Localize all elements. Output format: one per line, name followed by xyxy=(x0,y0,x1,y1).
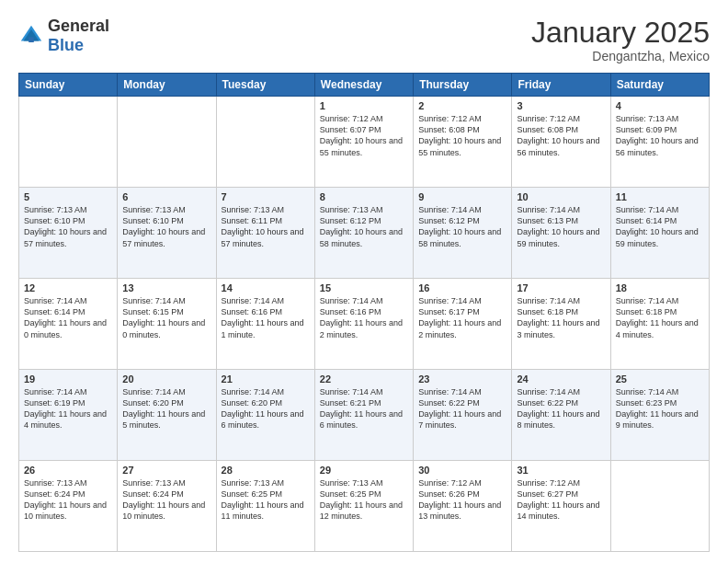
table-cell: 8Sunrise: 7:13 AM Sunset: 6:12 PM Daylig… xyxy=(314,188,413,279)
day-number: 13 xyxy=(122,282,210,293)
day-number: 20 xyxy=(122,373,210,385)
day-info: Sunrise: 7:14 AM Sunset: 6:23 PM Dayligh… xyxy=(616,386,704,431)
day-info: Sunrise: 7:12 AM Sunset: 6:08 PM Dayligh… xyxy=(517,113,605,158)
day-info: Sunrise: 7:12 AM Sunset: 6:07 PM Dayligh… xyxy=(320,113,408,158)
location-title: Dengantzha, Mexico xyxy=(531,49,710,63)
table-cell: 3Sunrise: 7:12 AM Sunset: 6:08 PM Daylig… xyxy=(512,97,610,188)
day-number: 29 xyxy=(320,465,408,476)
day-number: 3 xyxy=(517,100,605,111)
day-info: Sunrise: 7:13 AM Sunset: 6:24 PM Dayligh… xyxy=(122,477,210,523)
month-title: January 2025 xyxy=(531,17,710,49)
day-info: Sunrise: 7:13 AM Sunset: 6:12 PM Dayligh… xyxy=(320,204,408,249)
day-info: Sunrise: 7:14 AM Sunset: 6:14 PM Dayligh… xyxy=(24,295,112,340)
table-cell: 5Sunrise: 7:13 AM Sunset: 6:10 PM Daylig… xyxy=(19,188,118,279)
day-info: Sunrise: 7:14 AM Sunset: 6:17 PM Dayligh… xyxy=(418,295,506,340)
col-saturday: Saturday xyxy=(610,74,709,97)
day-number: 8 xyxy=(320,191,408,202)
table-cell: 10Sunrise: 7:14 AM Sunset: 6:13 PM Dayli… xyxy=(512,188,610,279)
table-cell: 2Sunrise: 7:12 AM Sunset: 6:08 PM Daylig… xyxy=(414,97,512,188)
day-info: Sunrise: 7:12 AM Sunset: 6:27 PM Dayligh… xyxy=(517,477,605,523)
day-number: 9 xyxy=(418,191,506,202)
col-thursday: Thursday xyxy=(414,74,512,97)
day-info: Sunrise: 7:13 AM Sunset: 6:25 PM Dayligh… xyxy=(320,477,408,523)
calendar-week-row: 26Sunrise: 7:13 AM Sunset: 6:24 PM Dayli… xyxy=(19,461,710,552)
table-cell: 14Sunrise: 7:14 AM Sunset: 6:16 PM Dayli… xyxy=(216,279,314,370)
col-friday: Friday xyxy=(512,74,610,97)
table-cell xyxy=(610,461,709,552)
logo-icon xyxy=(18,23,44,49)
table-cell: 20Sunrise: 7:14 AM Sunset: 6:20 PM Dayli… xyxy=(118,370,216,461)
day-number: 21 xyxy=(222,373,310,385)
table-cell: 27Sunrise: 7:13 AM Sunset: 6:24 PM Dayli… xyxy=(118,461,216,552)
day-info: Sunrise: 7:13 AM Sunset: 6:09 PM Dayligh… xyxy=(616,113,704,158)
day-number: 5 xyxy=(24,191,112,202)
day-info: Sunrise: 7:14 AM Sunset: 6:19 PM Dayligh… xyxy=(24,386,112,431)
table-cell: 13Sunrise: 7:14 AM Sunset: 6:15 PM Dayli… xyxy=(118,279,216,370)
table-cell: 11Sunrise: 7:14 AM Sunset: 6:14 PM Dayli… xyxy=(610,188,709,279)
day-number: 18 xyxy=(616,282,704,293)
day-number: 4 xyxy=(616,100,704,111)
table-cell xyxy=(118,97,216,188)
table-cell: 17Sunrise: 7:14 AM Sunset: 6:18 PM Dayli… xyxy=(512,279,610,370)
day-info: Sunrise: 7:14 AM Sunset: 6:22 PM Dayligh… xyxy=(517,386,605,431)
day-info: Sunrise: 7:14 AM Sunset: 6:22 PM Dayligh… xyxy=(418,386,506,431)
page: General Blue January 2025 Dengantzha, Me… xyxy=(0,0,728,563)
logo-blue: Blue xyxy=(48,36,84,54)
day-number: 17 xyxy=(517,282,605,293)
day-info: Sunrise: 7:14 AM Sunset: 6:16 PM Dayligh… xyxy=(320,295,408,340)
day-number: 31 xyxy=(517,465,605,476)
table-cell: 22Sunrise: 7:14 AM Sunset: 6:21 PM Dayli… xyxy=(314,370,413,461)
logo-text: General Blue xyxy=(48,17,109,55)
logo-general: General xyxy=(48,17,109,35)
table-cell: 29Sunrise: 7:13 AM Sunset: 6:25 PM Dayli… xyxy=(314,461,413,552)
day-info: Sunrise: 7:14 AM Sunset: 6:14 PM Dayligh… xyxy=(616,204,704,249)
day-info: Sunrise: 7:13 AM Sunset: 6:10 PM Dayligh… xyxy=(24,204,112,249)
day-info: Sunrise: 7:14 AM Sunset: 6:21 PM Dayligh… xyxy=(320,386,408,431)
table-cell: 21Sunrise: 7:14 AM Sunset: 6:20 PM Dayli… xyxy=(216,370,314,461)
day-number: 26 xyxy=(24,465,112,476)
svg-rect-2 xyxy=(28,37,34,42)
calendar-week-row: 19Sunrise: 7:14 AM Sunset: 6:19 PM Dayli… xyxy=(19,370,710,461)
table-cell: 28Sunrise: 7:13 AM Sunset: 6:25 PM Dayli… xyxy=(216,461,314,552)
table-cell xyxy=(19,97,118,188)
day-number: 10 xyxy=(517,191,605,202)
day-info: Sunrise: 7:14 AM Sunset: 6:18 PM Dayligh… xyxy=(517,295,605,340)
day-number: 23 xyxy=(418,373,506,385)
table-cell: 9Sunrise: 7:14 AM Sunset: 6:12 PM Daylig… xyxy=(414,188,512,279)
table-cell: 1Sunrise: 7:12 AM Sunset: 6:07 PM Daylig… xyxy=(314,97,413,188)
day-number: 14 xyxy=(222,282,310,293)
table-cell: 6Sunrise: 7:13 AM Sunset: 6:10 PM Daylig… xyxy=(118,188,216,279)
day-info: Sunrise: 7:14 AM Sunset: 6:18 PM Dayligh… xyxy=(616,295,704,340)
day-number: 16 xyxy=(418,282,506,293)
table-cell: 19Sunrise: 7:14 AM Sunset: 6:19 PM Dayli… xyxy=(19,370,118,461)
day-number: 22 xyxy=(320,373,408,385)
day-info: Sunrise: 7:12 AM Sunset: 6:08 PM Dayligh… xyxy=(418,113,506,158)
day-number: 15 xyxy=(320,282,408,293)
day-number: 30 xyxy=(418,465,506,476)
day-info: Sunrise: 7:14 AM Sunset: 6:13 PM Dayligh… xyxy=(517,204,605,249)
table-cell: 23Sunrise: 7:14 AM Sunset: 6:22 PM Dayli… xyxy=(414,370,512,461)
day-info: Sunrise: 7:13 AM Sunset: 6:24 PM Dayligh… xyxy=(24,477,112,523)
calendar-header-row: Sunday Monday Tuesday Wednesday Thursday… xyxy=(19,74,710,97)
table-cell: 18Sunrise: 7:14 AM Sunset: 6:18 PM Dayli… xyxy=(610,279,709,370)
day-info: Sunrise: 7:13 AM Sunset: 6:11 PM Dayligh… xyxy=(222,204,310,249)
day-number: 19 xyxy=(24,373,112,385)
table-cell: 12Sunrise: 7:14 AM Sunset: 6:14 PM Dayli… xyxy=(19,279,118,370)
table-cell xyxy=(216,97,314,188)
col-sunday: Sunday xyxy=(19,74,118,97)
title-block: January 2025 Dengantzha, Mexico xyxy=(531,17,710,63)
day-number: 24 xyxy=(517,373,605,385)
logo: General Blue xyxy=(18,17,109,55)
day-number: 1 xyxy=(320,100,408,111)
calendar-table: Sunday Monday Tuesday Wednesday Thursday… xyxy=(18,73,710,552)
day-info: Sunrise: 7:14 AM Sunset: 6:16 PM Dayligh… xyxy=(222,295,310,340)
table-cell: 30Sunrise: 7:12 AM Sunset: 6:26 PM Dayli… xyxy=(414,461,512,552)
calendar-week-row: 12Sunrise: 7:14 AM Sunset: 6:14 PM Dayli… xyxy=(19,279,710,370)
table-cell: 25Sunrise: 7:14 AM Sunset: 6:23 PM Dayli… xyxy=(610,370,709,461)
day-info: Sunrise: 7:13 AM Sunset: 6:25 PM Dayligh… xyxy=(222,477,310,523)
day-info: Sunrise: 7:13 AM Sunset: 6:10 PM Dayligh… xyxy=(122,204,210,249)
day-info: Sunrise: 7:14 AM Sunset: 6:20 PM Dayligh… xyxy=(122,386,210,431)
day-number: 25 xyxy=(616,373,704,385)
day-info: Sunrise: 7:12 AM Sunset: 6:26 PM Dayligh… xyxy=(418,477,506,523)
day-info: Sunrise: 7:14 AM Sunset: 6:20 PM Dayligh… xyxy=(222,386,310,431)
